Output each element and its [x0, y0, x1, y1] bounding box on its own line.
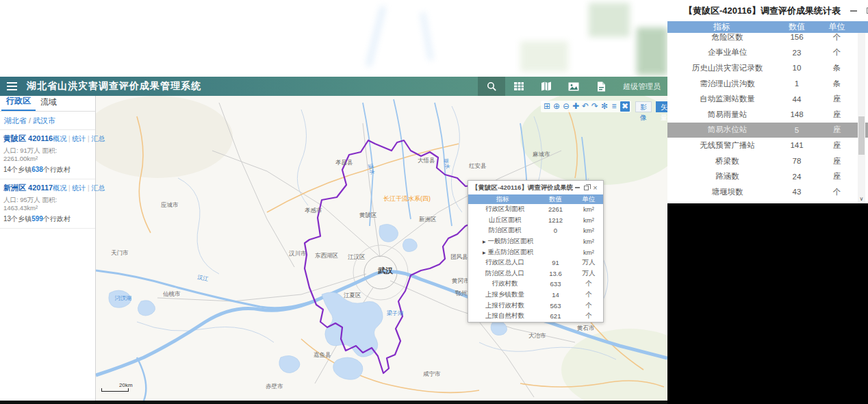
region-link-统计[interactable]: 统计 [72, 135, 86, 142]
panel-row[interactable]: 路涵数24座 [667, 168, 868, 184]
city-label: 江汉区 [348, 253, 366, 260]
panel-row[interactable]: 无线预警广播站141座 [667, 138, 868, 153]
popup-table-header: 指标 数值 单位 [468, 194, 603, 204]
popup-row-label: 防治区面积 [468, 226, 537, 235]
basemap-button-影像[interactable]: 影像 [635, 101, 652, 112]
panel-scrollbar[interactable]: ∨ [858, 33, 865, 203]
zoom-in-icon[interactable]: ⊕ [552, 101, 561, 112]
faint-terrain [589, 3, 630, 37]
scroll-down-icon[interactable]: ∨ [858, 194, 865, 203]
panel-row-unit: 座 [818, 140, 856, 151]
region-meta: 人口: 95万人 面积: 1463.43km² [3, 196, 92, 212]
sidebar: 行政区流域 湖北省/武汉市 黄陂区 420116概况 | 统计 | 汇总人口: … [0, 96, 96, 401]
panel-row-unit: 条 [818, 63, 856, 73]
popup-row-label: 上报乡镇数量 [468, 290, 537, 299]
panel-row[interactable]: 企事业单位23个 [667, 45, 868, 61]
zoom-out-icon[interactable]: ⊖ [561, 101, 571, 112]
panel-titlebar[interactable]: 【黄陂区-420116】调查评价成果统计表 × [667, 0, 868, 21]
stats-panel: 【黄陂区-420116】调查评价成果统计表 × 指标 数值 单位 危险区数156… [667, 0, 868, 203]
city-label: 嘉鱼县 [314, 351, 331, 358]
sidebar-tab-1[interactable]: 流域 [36, 94, 62, 111]
popup-row-label: 行政区划面积 [468, 205, 537, 214]
document-icon[interactable] [587, 77, 615, 96]
breadcrumb-province[interactable]: 湖北省 [4, 116, 27, 125]
faint-river [366, 5, 386, 66]
panel-row[interactable]: 塘堰坝数43个 [667, 184, 868, 200]
panel-row[interactable]: 简易雨量站148座 [667, 107, 868, 123]
minimize-icon[interactable] [850, 10, 857, 12]
panel-row[interactable]: 简易水位站5座 [667, 123, 868, 138]
map-toolbar: ⊞⊕⊖✚↶↷✻≡✖ 影像矢量 [541, 101, 667, 112]
clear-selection-icon[interactable]: ✻ [600, 101, 609, 112]
popup-row-unit: km² [574, 216, 603, 224]
menu-icon[interactable] [7, 80, 17, 92]
panel-row-value: 78 [776, 157, 818, 165]
region-link-概况[interactable]: 概况 [53, 184, 66, 192]
minimize-icon[interactable] [573, 184, 582, 192]
popup-col-unit: 单位 [574, 195, 603, 204]
popup-row: 防治区面积0km² [468, 225, 603, 236]
close-icon[interactable]: × [591, 184, 600, 192]
scrollbar-thumb[interactable] [858, 116, 865, 155]
expand-arrow-icon[interactable]: ▶ [483, 251, 486, 255]
panel-row[interactable]: 需治理山洪沟数1条 [667, 76, 868, 92]
restore-icon[interactable] [582, 184, 591, 192]
region-meta: 人口: 91万人 面积: 2261.00km² [3, 147, 92, 163]
full-extent-icon[interactable]: ⊞ [542, 101, 552, 112]
popup-row-value: 621 [537, 312, 574, 320]
map-canvas[interactable]: 应城市天门市汉川市仙桃市孝感市孝昌县大悟县红安县麻城市黄陂区新洲区东西湖区江汉区… [96, 96, 667, 401]
expand-arrow-icon[interactable]: ▶ [483, 240, 486, 244]
popup-title: 【黄陂区-420116】调查评价成果统计表 [472, 184, 573, 192]
city-label: 仙桃市 [163, 290, 181, 297]
city-label: 新洲区 [419, 216, 437, 223]
app-title: 湖北省山洪灾害调查评价成果管理系统 [27, 80, 201, 92]
popup-row: 行政村数633个 [468, 279, 603, 290]
region-item: 新洲区 420117概况 | 统计 | 汇总人口: 95万人 面积: 1463.… [0, 179, 95, 229]
next-extent-icon[interactable]: ↷ [590, 101, 600, 112]
table-icon[interactable] [505, 77, 533, 96]
city-label: 团风县 [450, 253, 468, 260]
panel-title: 【黄陂区-420116】调查评价成果统计表 [684, 5, 841, 17]
previous-extent-icon[interactable]: ↶ [580, 101, 590, 112]
city-label: 天门市 [111, 249, 129, 256]
panel-row[interactable]: 历史山洪灾害记录数10条 [667, 60, 868, 76]
popup-row-label: 行政区总人口 [468, 258, 537, 267]
region-name[interactable]: 黄陂区 420116 [3, 134, 53, 144]
popup-row-value: 1212 [537, 216, 574, 224]
panel-row-value: 1 [776, 79, 818, 88]
region-link-概况[interactable]: 概况 [53, 135, 66, 142]
panel-row-label: 桥梁数 [667, 156, 776, 166]
clear-icon[interactable]: ✖ [620, 101, 630, 112]
faint-river [420, 12, 433, 60]
panel-row-label: 自动监测站数量 [667, 94, 776, 104]
popup-row-value: 2261 [537, 205, 574, 213]
search-icon[interactable] [478, 77, 505, 96]
map-icon[interactable] [533, 77, 560, 96]
panel-row-unit: 座 [818, 171, 856, 181]
region-link-统计[interactable]: 统计 [72, 184, 86, 192]
popup-titlebar[interactable]: 【黄陂区-420116】调查评价成果统计表 × [468, 181, 603, 194]
panel-row-value: 156 [776, 33, 818, 41]
image-icon[interactable] [560, 77, 587, 96]
region-link-汇总[interactable]: 汇总 [91, 184, 105, 192]
panel-row[interactable]: 危险区数156个 [667, 33, 868, 45]
popup-row: 上报行政村数563个 [468, 300, 603, 311]
panel-row[interactable]: 自动监测站数量44座 [667, 91, 868, 107]
popup-row-label: 上报行政村数 [468, 301, 537, 310]
region-towns: 13个乡镇599个行政村 [3, 214, 92, 224]
region-link-汇总[interactable]: 汇总 [91, 135, 105, 142]
breadcrumb-city[interactable]: 武汉市 [33, 116, 55, 125]
popup-row-value: 13.6 [537, 270, 574, 277]
region-name[interactable]: 新洲区 420117 [3, 183, 53, 193]
popup-row-unit: 万人 [574, 258, 603, 267]
panel-row-unit: 个 [818, 47, 856, 58]
user-name[interactable]: 超级管理员 [623, 81, 661, 92]
panel-row[interactable]: 桥梁数78座 [667, 153, 868, 169]
popup-row: 防治区总人口13.6万人 [468, 268, 603, 279]
city-label: 江夏区 [344, 292, 361, 299]
panel-col-unit: 单位 [818, 21, 856, 33]
legend-icon[interactable]: ≡ [609, 101, 619, 112]
pan-icon[interactable]: ✚ [571, 101, 580, 112]
city-label: 麻城市 [533, 151, 550, 157]
basemap-button-矢量[interactable]: 矢量 [656, 101, 667, 112]
